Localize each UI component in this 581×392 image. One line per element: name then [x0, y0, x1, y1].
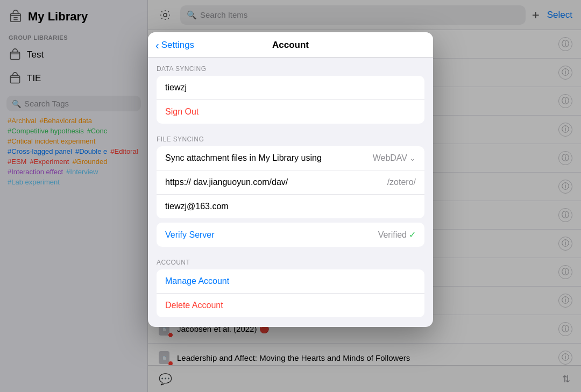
server-path-value: /zotero/: [387, 177, 416, 187]
verified-status: Verified ✓: [378, 230, 416, 240]
chevron-down-icon: ⌄: [409, 154, 416, 162]
username-row: tiewzj: [157, 76, 424, 100]
modal-overlay[interactable]: ‹ Settings Account DATA SYNCING tiewzj S…: [0, 0, 581, 392]
webdav-label: WebDAV: [373, 153, 407, 163]
verify-server-card: Verify Server Verified ✓: [157, 223, 424, 247]
sync-attachment-label: Sync attachment files in My Library usin…: [165, 153, 322, 163]
verified-label: Verified: [378, 230, 407, 240]
modal-title: Account: [272, 40, 309, 51]
delete-account-label: Delete Account: [165, 301, 223, 310]
username-value: tiewzj: [165, 83, 187, 92]
sync-method-row[interactable]: Sync attachment files in My Library usin…: [157, 146, 424, 170]
modal-back-button[interactable]: ‹ Settings: [155, 40, 194, 51]
user-email-value: tiewzj@163.com: [165, 202, 229, 211]
delete-account-row[interactable]: Delete Account: [157, 294, 424, 317]
modal-header: ‹ Settings Account: [148, 32, 433, 58]
server-url-value: https:// dav.jianguoyun.com/dav/: [165, 177, 288, 187]
sync-method-value: WebDAV ⌄: [373, 153, 416, 163]
account-modal: ‹ Settings Account DATA SYNCING tiewzj S…: [148, 32, 433, 327]
data-syncing-card: tiewzj Sign Out: [157, 76, 424, 124]
user-email-row[interactable]: tiewzj@163.com: [157, 195, 424, 218]
account-card: Manage Account Delete Account: [157, 269, 424, 317]
file-syncing-card: Sync attachment files in My Library usin…: [157, 146, 424, 218]
data-syncing-label: DATA SYNCING: [148, 58, 433, 76]
server-url-row[interactable]: https:// dav.jianguoyun.com/dav/ /zotero…: [157, 170, 424, 195]
verify-server-label: Verify Server: [165, 230, 215, 240]
file-syncing-label: FILE SYNCING: [148, 128, 433, 146]
chevron-left-icon: ‹: [155, 40, 159, 51]
modal-back-label: Settings: [161, 40, 194, 51]
sign-out-row[interactable]: Sign Out: [157, 100, 424, 124]
account-section-label: ACCOUNT: [148, 251, 433, 269]
verify-server-row[interactable]: Verify Server Verified ✓: [157, 223, 424, 247]
manage-account-label: Manage Account: [165, 276, 229, 286]
manage-account-row[interactable]: Manage Account: [157, 269, 424, 294]
checkmark-icon: ✓: [409, 230, 416, 240]
modal-body: DATA SYNCING tiewzj Sign Out FILE SYNCIN…: [148, 58, 433, 327]
sign-out-label: Sign Out: [165, 107, 199, 117]
